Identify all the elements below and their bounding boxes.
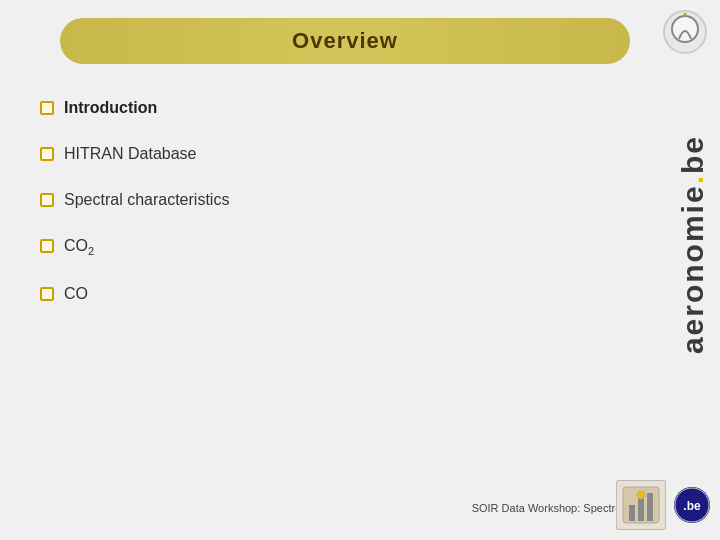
svg-point-7 bbox=[637, 491, 645, 499]
bullet-icon bbox=[40, 239, 54, 253]
svg-rect-6 bbox=[647, 493, 653, 521]
item-label-co2: CO2 bbox=[64, 237, 94, 257]
page-title: Overview bbox=[292, 28, 398, 54]
brand-text: aeronomie.be bbox=[676, 135, 710, 354]
item-label-hitran: HITRAN Database bbox=[64, 145, 197, 163]
title-banner: Overview bbox=[60, 18, 630, 64]
svg-rect-5 bbox=[638, 499, 644, 521]
logo-icon bbox=[663, 10, 707, 54]
bottom-right-logos: .be bbox=[616, 480, 710, 530]
bullet-icon bbox=[40, 147, 54, 161]
list-item-hitran: HITRAN Database bbox=[40, 131, 229, 177]
svg-text:.be: .be bbox=[683, 499, 701, 513]
side-branding: aeronomie.be bbox=[668, 55, 718, 435]
main-container: Overview aeronomie.be Introduction HITRA… bbox=[0, 0, 720, 540]
list-item-spectral: Spectral characteristics bbox=[40, 177, 229, 223]
be-logo: .be bbox=[674, 487, 710, 523]
list-item-co2: CO2 bbox=[40, 223, 229, 271]
item-label-spectral: Spectral characteristics bbox=[64, 191, 229, 209]
svg-rect-4 bbox=[629, 505, 635, 521]
bullet-icon bbox=[40, 193, 54, 207]
list-item-co: CO bbox=[40, 271, 229, 317]
item-label-introduction: Introduction bbox=[64, 99, 157, 117]
institute-logo bbox=[616, 480, 666, 530]
menu-list: Introduction HITRAN Database Spectral ch… bbox=[40, 85, 229, 317]
bullet-icon bbox=[40, 101, 54, 115]
top-right-logo bbox=[660, 10, 710, 54]
svg-point-0 bbox=[672, 16, 698, 42]
item-label-co: CO bbox=[64, 285, 88, 303]
list-item-introduction: Introduction bbox=[40, 85, 229, 131]
bullet-icon bbox=[40, 287, 54, 301]
